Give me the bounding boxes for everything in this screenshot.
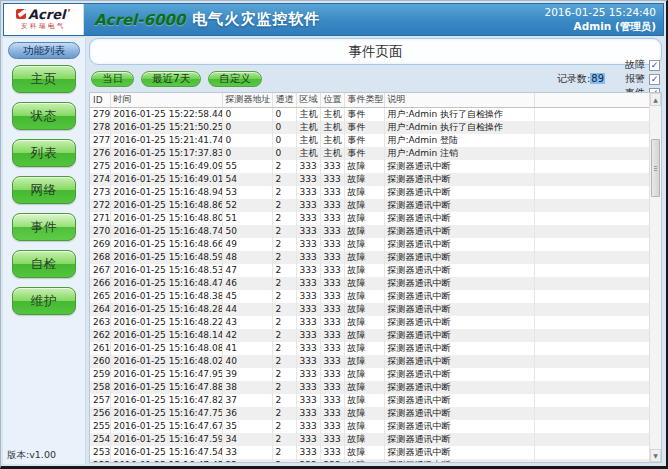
table-cell: 用户:Admin 注销 (384, 147, 534, 160)
table-cell: 2016-01-25 15:16:49.090 (110, 160, 222, 173)
table-row[interactable]: 2652016-01-25 15:16:48.380452333333故障探测器… (90, 290, 649, 303)
table-row[interactable]: 2762016-01-25 15:17:37.83300主机主机事件用户:Adm… (90, 147, 649, 160)
table-row[interactable]: 2522016-01-25 15:16:47.457322333333故障探测器… (90, 459, 649, 464)
table-cell: 35 (222, 420, 272, 433)
table-cell: 333 (296, 212, 320, 225)
table-row[interactable]: 2682016-01-25 15:16:48.597482333333故障探测器… (90, 251, 649, 264)
table-cell: 273 (90, 186, 110, 199)
column-header-1[interactable]: 时间 (110, 93, 222, 107)
scroll-down-icon[interactable]: ▼ (650, 449, 661, 462)
sidebar-item-3[interactable]: 网络 (12, 176, 76, 204)
column-header-5[interactable]: 位置 (320, 93, 344, 107)
table-cell: 探测器通讯中断 (384, 225, 534, 238)
table-cell: 2016-01-25 15:16:47.753 (110, 407, 222, 420)
filter-button-2[interactable]: 自定义 (208, 71, 262, 87)
table-row[interactable]: 2582016-01-25 15:16:47.887382333333故障探测器… (90, 381, 649, 394)
table-cell: 32 (222, 459, 272, 464)
table-cell-filler (534, 407, 649, 420)
table-cell: 探测器通讯中断 (384, 329, 534, 342)
table-cell-filler (534, 107, 649, 121)
table-cell: 271 (90, 212, 110, 225)
scroll-up-icon[interactable]: ▲ (650, 93, 661, 106)
table-cell: 2 (272, 407, 296, 420)
table-row[interactable]: 2532016-01-25 15:16:47.540332333333故障探测器… (90, 446, 649, 459)
table-row[interactable]: 2662016-01-25 15:16:48.470462333333故障探测器… (90, 277, 649, 290)
column-header-2[interactable]: 探测器地址 (222, 93, 272, 107)
table-row[interactable]: 2752016-01-25 15:16:49.090552333333故障探测器… (90, 160, 649, 173)
table-row[interactable]: 2612016-01-25 15:16:48.087412333333故障探测器… (90, 342, 649, 355)
table-cell-filler (534, 225, 649, 238)
table-row[interactable]: 2592016-01-25 15:16:47.957392333333故障探测器… (90, 368, 649, 381)
event-table-area: ID时间探测器地址通道区域位置事件类型说明 2792016-01-25 15:2… (89, 92, 662, 463)
table-cell: 2016-01-25 15:16:48.470 (110, 277, 222, 290)
table-cell: 2016-01-25 15:16:48.380 (110, 290, 222, 303)
table-cell: 333 (320, 277, 344, 290)
column-header-filler (534, 93, 649, 107)
table-row[interactable]: 2722016-01-25 15:16:48.860522333333故障探测器… (90, 199, 649, 212)
table-cell: 333 (320, 368, 344, 381)
scrollbar-thumb[interactable] (651, 139, 660, 197)
table-cell: 主机 (296, 107, 320, 121)
table-cell: 2016-01-25 15:16:48.020 (110, 355, 222, 368)
table-row[interactable]: 2672016-01-25 15:16:48.537472333333故障探测器… (90, 264, 649, 277)
table-cell: 272 (90, 199, 110, 212)
filter-button-1[interactable]: 最近7天 (141, 71, 201, 87)
table-cell: 主机 (320, 107, 344, 121)
table-row[interactable]: 2772016-01-25 15:21:41.74000主机主机事件用户:Adm… (90, 134, 649, 147)
sidebar-item-6[interactable]: 维护 (12, 287, 76, 315)
table-cell: 333 (296, 303, 320, 316)
table-cell: 254 (90, 433, 110, 446)
table-cell: 0 (222, 147, 272, 160)
table-row[interactable]: 2782016-01-25 15:21:50.25000主机主机事件用户:Adm… (90, 121, 649, 134)
sidebar-item-4[interactable]: 事件 (12, 213, 76, 241)
table-cell: 探测器通讯中断 (384, 433, 534, 446)
table-cell: 故障 (344, 368, 384, 381)
app-window: Acrel ’ 安科瑞电气 Acrel-6000 电气火灾监控软件 2016-0… (0, 0, 668, 469)
table-row[interactable]: 2732016-01-25 15:16:48.940532333333故障探测器… (90, 186, 649, 199)
filter-checkbox-0[interactable]: 故障✓ (625, 58, 660, 72)
table-row[interactable]: 2742016-01-25 15:16:49.017542333333故障探测器… (90, 173, 649, 186)
column-header-6[interactable]: 事件类型 (344, 93, 384, 107)
vertical-scrollbar[interactable]: ▲ ▼ (649, 93, 661, 462)
table-cell: 276 (90, 147, 110, 160)
table-cell: 333 (320, 212, 344, 225)
table-row[interactable]: 2702016-01-25 15:16:48.747502333333故障探测器… (90, 225, 649, 238)
table-cell: 333 (320, 238, 344, 251)
table-row[interactable]: 2622016-01-25 15:16:48.147422333333故障探测器… (90, 329, 649, 342)
table-row[interactable]: 2642016-01-25 15:16:48.280442333333故障探测器… (90, 303, 649, 316)
column-header-3[interactable]: 通道 (272, 93, 296, 107)
table-row[interactable]: 2792016-01-25 15:22:58.44000主机主机事件用户:Adm… (90, 107, 649, 121)
table-row[interactable]: 2602016-01-25 15:16:48.020402333333故障探测器… (90, 355, 649, 368)
table-row[interactable]: 2572016-01-25 15:16:47.823372333333故障探测器… (90, 394, 649, 407)
checkbox-icon[interactable]: ✓ (649, 74, 660, 85)
sidebar-item-1[interactable]: 状态 (12, 102, 76, 130)
table-cell: 2 (272, 316, 296, 329)
column-header-7[interactable]: 说明 (384, 93, 534, 107)
table-cell: 2 (272, 329, 296, 342)
table-cell-filler (534, 147, 649, 160)
table-cell: 0 (272, 147, 296, 160)
filter-checkbox-1[interactable]: 报警✓ (625, 72, 660, 86)
sidebar-item-2[interactable]: 列表 (12, 139, 76, 167)
column-header-4[interactable]: 区域 (296, 93, 320, 107)
table-row[interactable]: 2632016-01-25 15:16:48.220432333333故障探测器… (90, 316, 649, 329)
sidebar-item-0[interactable]: 主页 (12, 65, 76, 93)
version-label: 版本:v1.00 (7, 449, 56, 462)
table-cell: 探测器通讯中断 (384, 160, 534, 173)
sidebar-item-5[interactable]: 自检 (12, 250, 76, 278)
checkbox-icon[interactable]: ✓ (649, 60, 660, 71)
table-cell: 2016-01-25 15:16:48.860 (110, 199, 222, 212)
table-row[interactable]: 2552016-01-25 15:16:47.677352333333故障探测器… (90, 420, 649, 433)
table-cell: 333 (320, 355, 344, 368)
table-row[interactable]: 2692016-01-25 15:16:48.667492333333故障探测器… (90, 238, 649, 251)
table-row[interactable]: 2712016-01-25 15:16:48.803512333333故障探测器… (90, 212, 649, 225)
table-cell: 2016-01-25 15:16:48.597 (110, 251, 222, 264)
table-cell: 故障 (344, 251, 384, 264)
table-row[interactable]: 2542016-01-25 15:16:47.597342333333故障探测器… (90, 433, 649, 446)
filter-button-0[interactable]: 当日 (91, 71, 134, 87)
column-header-0[interactable]: ID (90, 93, 110, 107)
table-cell: 2 (272, 290, 296, 303)
table-cell: 主机 (296, 134, 320, 147)
table-cell: 333 (296, 251, 320, 264)
table-row[interactable]: 2562016-01-25 15:16:47.753362333333故障探测器… (90, 407, 649, 420)
